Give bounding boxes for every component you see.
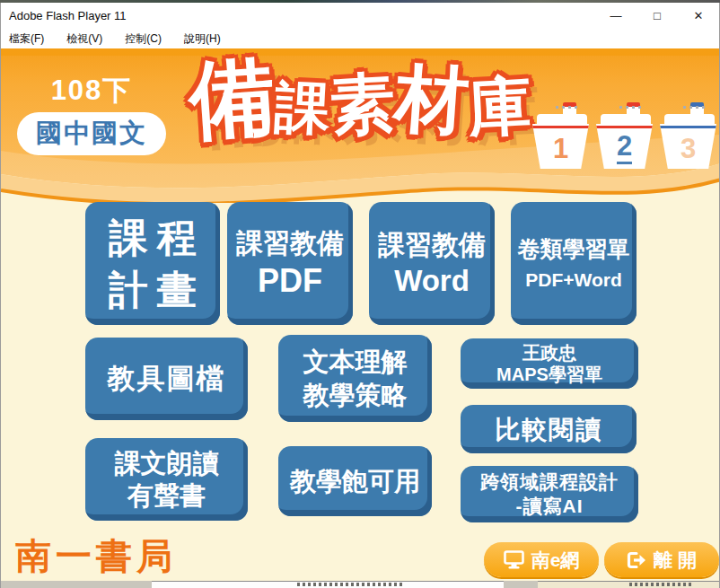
menu-control[interactable]: 控制(C) [125,31,162,47]
tile-workbook-pdf[interactable]: 課習教備 PDF [227,202,353,325]
menu-file[interactable]: 檔案(F) [9,31,44,47]
tile-label: -讀寫AI [516,495,584,518]
window-title: Adobe Flash Player 11 [9,9,127,22]
window-titlebar: Adobe Flash Player 11 — □ ✕ [1,3,719,29]
title-char: 備 [186,53,277,144]
tile-label: 課習教備 [236,226,344,260]
boat-deck-dots [681,105,707,110]
title-char: 庫 [467,74,533,140]
flash-content: 108下 國中國文 備 課 素 材 庫 1 [1,48,719,581]
boat-hull: 1 [532,124,589,169]
tile-label: 教具圖檔 [108,362,226,397]
boat-deck [601,114,651,124]
tile-label: Word [394,262,470,299]
exit-icon [627,551,646,569]
boat-tab-3[interactable]: 3 [660,102,716,176]
boat-deck-dots [554,105,579,110]
title-char: 素 [329,70,397,138]
menu-view[interactable]: 檢視(V) [66,31,102,47]
tile-label: 文本理解 [303,346,408,378]
page-title: 備 課 素 材 庫 [177,56,543,141]
tile-label: 有聲書 [127,479,206,512]
volume-boat-tabs: 1 2 3 [532,102,716,176]
exit-label: 離 開 [654,548,697,573]
tile-label: 教學策略 [303,379,408,411]
tile-label: 卷類學習單 [518,235,630,263]
background-window-sliver [629,583,692,586]
boat-deck-dots [618,105,643,110]
nan-e-net-button[interactable]: 南e網 [484,542,599,577]
boat-deck [537,114,587,124]
background-window-sliver [1,581,719,588]
nan-e-net-label: 南e網 [531,548,580,573]
tile-teaching-pack[interactable]: 教學飽可用 [278,446,432,516]
tile-teaching-aids[interactable]: 教具圖檔 [85,338,248,420]
semester-label: 108下 [17,72,166,110]
tile-label: 跨領域課程設計 [480,470,619,494]
background-window-sliver [297,583,405,586]
tile-workbook-word[interactable]: 課習教備 Word [369,202,495,325]
subject-pill: 國中國文 [17,112,166,155]
boat-number: 3 [680,131,696,162]
boat-number: 2 [617,128,632,164]
monitor-icon [504,550,524,569]
boat-deck [664,114,715,124]
window-controls: — □ ✕ [595,3,719,29]
menu-help[interactable]: 說明(H) [184,31,221,47]
exit-button[interactable]: 離 開 [604,542,719,577]
boat-tab-1[interactable]: 1 [532,102,589,176]
boat-number: 1 [553,131,568,162]
tile-comparative-reading[interactable]: 比較閱讀 [461,405,637,453]
tile-label: MAPS學習單 [496,364,602,385]
tile-label: 計畫 [109,264,206,315]
tile-text-comprehension[interactable]: 文本理解 教學策略 [278,335,432,422]
tile-label: 王政忠 [522,342,576,364]
tile-label: PDF [258,260,322,301]
publisher-logo: 南一書局 [15,531,177,581]
tile-maps-worksheet[interactable]: 王政忠 MAPS學習單 [461,338,638,389]
tile-curriculum-plan[interactable]: 課程 計畫 [85,202,220,325]
tile-label: PDF+Word [525,268,622,292]
tile-worksheets-pdf-word[interactable]: 卷類學習單 PDF+Word [511,202,637,325]
maximize-button[interactable]: □ [637,3,678,29]
tile-label: 比較閱讀 [495,414,602,445]
boat-hull: 2 [596,124,653,169]
minimize-button[interactable]: — [595,3,637,29]
boat-hull: 3 [660,124,716,169]
tile-label: 教學飽可用 [290,465,420,497]
subject-label: 國中國文 [36,116,147,152]
tile-label: 課習教備 [378,228,486,262]
title-char: 材 [392,60,471,139]
tile-label: 課程 [109,212,206,263]
menu-bar: 檔案(F) 檢視(V) 控制(C) 說明(H) [1,29,719,48]
title-char: 課 [273,79,331,137]
close-button[interactable]: ✕ [678,3,719,29]
boat-tab-2-active[interactable]: 2 [596,102,653,176]
tile-label: 課文朗讀 [115,447,219,479]
tile-cross-domain-ai[interactable]: 跨領域課程設計 -讀寫AI [461,466,638,522]
flash-player-window: Adobe Flash Player 11 — □ ✕ 檔案(F) 檢視(V) … [0,3,720,588]
tile-audio-book[interactable]: 課文朗讀 有聲書 [85,438,248,521]
